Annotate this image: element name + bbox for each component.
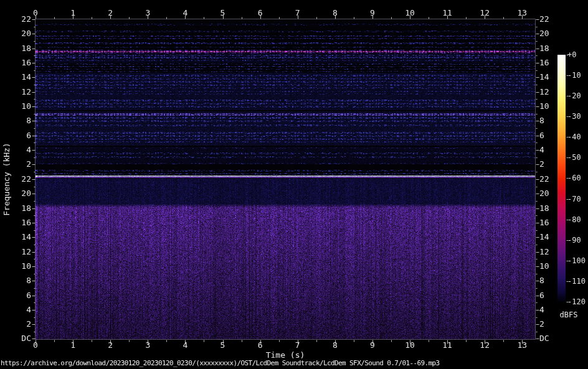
colorbar-tick-label: -100	[567, 256, 588, 265]
time-tick-label-bottom: 8	[326, 341, 344, 350]
time-tick-label-top: 1	[64, 9, 82, 17]
freq-tick-label-left: 18	[10, 44, 31, 53]
time-tick-label-bottom: 6	[251, 341, 270, 350]
freq-tick-label-left: 10	[10, 102, 31, 111]
freq-tick-label-right: 22	[539, 175, 561, 184]
freq-tick-label-right: 6	[539, 291, 561, 300]
freq-tick-label-right: 4	[539, 306, 561, 314]
colorbar-tick-label: -60	[567, 174, 588, 182]
time-tick-label-top: 9	[363, 9, 382, 17]
freq-tick-label-left: 6	[10, 291, 31, 300]
freq-tick-label-right: 8	[539, 276, 561, 285]
time-tick-label-bottom: 4	[176, 341, 194, 350]
time-tick-label-top: 5	[214, 9, 232, 17]
freq-tick-label-right: 14	[539, 73, 561, 82]
time-tick-label-bottom: 5	[214, 341, 232, 350]
time-tick-label-bottom: 1	[64, 341, 82, 350]
freq-tick-label-right: 2	[539, 320, 561, 329]
freq-tick-label-left: 20	[10, 189, 31, 198]
colorbar-tick-label: -40	[567, 133, 588, 141]
frequency-axis-title: Frequency (kHz)	[2, 142, 11, 215]
freq-tick-label-right: 16	[539, 218, 561, 227]
time-tick-label-bottom: 3	[138, 341, 157, 350]
freq-tick-label-left: 4	[10, 306, 31, 314]
freq-tick-label-left: 22	[10, 15, 31, 24]
freq-tick-label-right: 22	[539, 15, 561, 24]
freq-tick-label-right: 2	[539, 160, 561, 169]
freq-tick-label-left: 8	[10, 276, 31, 285]
colorbar-tick-label: -10	[567, 71, 588, 80]
time-axis-title: Time (s)	[266, 351, 305, 360]
time-tick-label-top: 3	[138, 9, 157, 17]
freq-dc-label-left: DC	[10, 334, 31, 343]
freq-tick-label-left: 20	[10, 29, 31, 38]
spectrogram-window: 012345678910111213 012345678910111213 22…	[0, 0, 588, 369]
time-tick-label-top: 11	[438, 9, 457, 17]
freq-tick-label-left: 16	[10, 58, 31, 67]
freq-tick-label-right: 16	[539, 58, 561, 67]
freq-tick-label-right: 20	[539, 189, 561, 198]
freq-tick-label-left: 16	[10, 218, 31, 227]
colorbar-tick-label: -70	[567, 195, 588, 203]
time-tick-label-top: 7	[288, 9, 307, 17]
freq-tick-label-right: 20	[539, 29, 561, 38]
freq-tick-label-left: 12	[10, 88, 31, 96]
time-tick-label-top: 6	[251, 9, 270, 17]
freq-dc-label-right: DC	[539, 334, 561, 343]
freq-tick-label-left: 2	[10, 320, 31, 329]
colorbar-tick-label: -30	[567, 112, 588, 121]
freq-tick-label-left: 14	[10, 73, 31, 82]
time-tick-label-top: 13	[513, 9, 531, 17]
colorbar-tick-label: -110	[567, 277, 588, 286]
time-tick-label-bottom: 2	[101, 341, 120, 350]
colorbar-tick-label: -50	[567, 153, 588, 162]
freq-tick-label-left: 6	[10, 131, 31, 140]
freq-tick-label-right: 18	[539, 44, 561, 53]
freq-tick-label-right: 10	[539, 262, 561, 271]
freq-tick-label-left: 22	[10, 175, 31, 184]
colorbar-unit-label: dBFS	[560, 311, 578, 319]
freq-tick-label-right: 18	[539, 204, 561, 213]
freq-tick-label-right: 8	[539, 116, 561, 125]
file-url-text: https://archive.org/download/20230120_20…	[1, 359, 440, 367]
freq-tick-label-left: 18	[10, 204, 31, 213]
freq-tick-label-right: 12	[539, 248, 561, 256]
time-tick-label-bottom: 10	[401, 341, 419, 350]
colorbar-tick-label: -80	[567, 215, 588, 224]
time-tick-label-bottom: 13	[513, 341, 531, 350]
freq-tick-label-right: 6	[539, 131, 561, 140]
colorbar-tick-label: -20	[567, 91, 588, 100]
colorbar-tick-label: +0	[567, 50, 588, 59]
status-bar: https://archive.org/download/20230120_20…	[1, 359, 587, 368]
freq-tick-label-left: 4	[10, 146, 31, 154]
time-tick-label-top: 8	[326, 9, 344, 17]
freq-tick-label-right: 12	[539, 88, 561, 96]
time-tick-label-top: 10	[401, 9, 419, 17]
colorbar-tick-label: -90	[567, 236, 588, 245]
freq-tick-label-left: 8	[10, 116, 31, 125]
freq-tick-label-left: 2	[10, 160, 31, 169]
freq-tick-label-left: 12	[10, 248, 31, 256]
freq-tick-label-right: 4	[539, 146, 561, 154]
time-tick-label-bottom: 9	[363, 341, 382, 350]
time-tick-label-bottom: 12	[475, 341, 494, 350]
spectrogram-canvas	[0, 0, 588, 369]
freq-tick-label-right: 10	[539, 102, 561, 111]
time-tick-label-top: 4	[176, 9, 194, 17]
time-tick-label-top: 2	[101, 9, 120, 17]
freq-tick-label-left: 10	[10, 262, 31, 271]
freq-tick-label-left: 14	[10, 233, 31, 241]
time-tick-label-top: 12	[475, 9, 494, 17]
colorbar-tick-label: -120	[567, 297, 588, 306]
time-tick-label-bottom: 7	[288, 341, 307, 350]
time-tick-label-bottom: 11	[438, 341, 457, 350]
freq-tick-label-right: 14	[539, 233, 561, 241]
